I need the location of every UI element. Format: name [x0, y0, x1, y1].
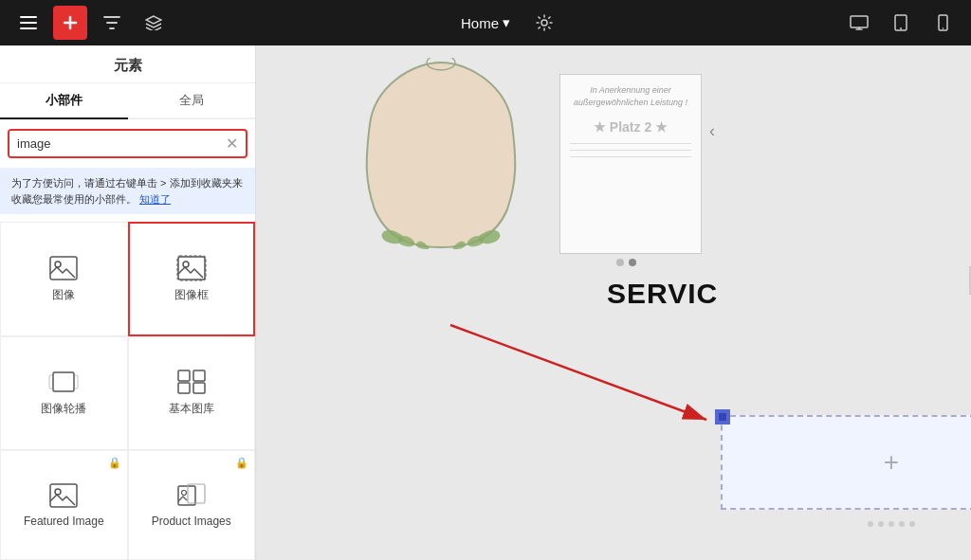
search-clear-button[interactable]: ✕ [218, 135, 246, 153]
hamburger-button[interactable] [11, 6, 46, 40]
cert-star-right: ★ [655, 119, 668, 135]
svg-rect-18 [193, 370, 205, 381]
filter-button[interactable] [95, 6, 129, 40]
svg-point-3 [541, 20, 547, 26]
svg-rect-19 [178, 383, 190, 393]
product-images-widget-label: Product Images [152, 515, 231, 528]
drop-zone-wrapper[interactable]: + [721, 415, 971, 510]
featured-image-widget-label: Featured Image [24, 515, 104, 528]
widget-image-carousel[interactable]: 图像轮播 [0, 336, 128, 449]
main-area: 元素 小部件 全局 ✕ 为了方便访问，请通过右键单击 > 添加到收藏夹来收藏您最… [0, 45, 971, 560]
red-arrow-overlay [431, 316, 744, 439]
search-input[interactable] [9, 131, 218, 156]
image-widget-label: 图像 [52, 287, 75, 303]
image-frame-widget-label: 图像框 [174, 287, 209, 303]
s-dot-5 [909, 521, 915, 527]
svg-point-6 [900, 27, 902, 29]
hint-link[interactable]: 知道了 [139, 193, 171, 205]
widget-featured-image[interactable]: 🔒 Featured Image [0, 450, 128, 560]
cert-title-text: In Anerkennung einer außergewöhnlichen L… [570, 84, 691, 108]
product-images-widget-icon [176, 482, 207, 509]
mobile-view-button[interactable] [925, 6, 960, 40]
image-carousel-widget-label: 图像轮播 [41, 401, 86, 417]
left-panel: 元素 小部件 全局 ✕ 为了方便访问，请通过右键单击 > 添加到收藏夹来收藏您最… [0, 45, 256, 560]
canvas-scroll[interactable]: ‹ [256, 45, 971, 560]
hint-box: 为了方便访问，请通过右键单击 > 添加到收藏夹来收藏您最常使用的小部件。 知道了 [0, 168, 255, 214]
nav-dot-1 [616, 259, 624, 266]
svg-rect-20 [193, 383, 205, 393]
decorative-frame [351, 55, 531, 254]
toolbar-center: Home ▾ [451, 6, 561, 40]
home-nav-button[interactable]: Home ▾ [451, 9, 520, 37]
svg-rect-27 [719, 413, 726, 421]
cert-divider-1 [570, 143, 691, 144]
canvas-area: ‹ [256, 45, 971, 560]
featured-image-lock-icon: 🔒 [108, 457, 121, 469]
home-dropdown-icon: ▾ [503, 14, 510, 31]
tab-global[interactable]: 全局 [128, 83, 256, 117]
image-widget-icon [48, 255, 79, 281]
widget-basic-gallery[interactable]: 基本图库 [128, 336, 256, 449]
cert-divider-3 [570, 156, 691, 157]
product-images-lock-icon: 🔒 [235, 457, 248, 469]
nav-dot-2 [629, 259, 636, 266]
widget-image[interactable]: 图像 [0, 222, 128, 336]
svg-point-8 [942, 27, 944, 29]
s-dot-2 [878, 521, 884, 527]
canvas-nav-left[interactable]: ‹ [709, 121, 715, 141]
cert-place: ★ Platz 2 ★ [594, 119, 668, 135]
cert-place-text: Platz 2 [610, 119, 651, 135]
s-dot-4 [899, 521, 905, 527]
widget-product-images[interactable]: 🔒 Product Images [128, 450, 256, 560]
top-images-section: In Anerkennung einer außergewöhnlichen L… [351, 55, 702, 254]
services-heading: SERVIC [607, 278, 718, 310]
nav-dots [616, 259, 636, 266]
tab-widgets[interactable]: 小部件 [0, 83, 128, 119]
svg-point-22 [55, 489, 61, 495]
drop-zone-corner [715, 409, 730, 425]
top-toolbar: Home ▾ [0, 0, 971, 45]
svg-line-28 [450, 325, 706, 420]
settings-button[interactable] [527, 6, 561, 40]
desktop-view-button[interactable] [842, 6, 876, 40]
frame-svg [356, 58, 526, 252]
hint-text: 为了方便访问，请通过右键单击 > 添加到收藏夹来收藏您最常使用的小部件。 [11, 177, 243, 205]
s-dot-1 [868, 521, 873, 527]
panel-title: 元素 [0, 45, 255, 83]
cert-star-left: ★ [594, 119, 606, 135]
image-carousel-widget-icon [48, 369, 79, 395]
drop-zone-plus-icon: + [884, 447, 899, 478]
settings-dots [721, 521, 971, 527]
add-element-button[interactable] [53, 6, 87, 40]
basic-gallery-widget-icon [176, 369, 207, 395]
s-dot-3 [889, 521, 894, 527]
tab-row: 小部件 全局 [0, 83, 255, 119]
search-row: ✕ [8, 129, 247, 158]
svg-rect-24 [188, 484, 205, 503]
drop-zone[interactable]: + [721, 415, 971, 510]
svg-rect-0 [20, 16, 37, 18]
toolbar-left [11, 6, 171, 40]
cert-divider-2 [570, 150, 691, 151]
svg-point-12 [183, 262, 189, 267]
svg-point-10 [55, 262, 61, 267]
svg-rect-14 [53, 372, 74, 391]
svg-rect-4 [851, 16, 868, 27]
layers-button[interactable] [137, 6, 171, 40]
svg-rect-2 [20, 27, 37, 29]
svg-rect-1 [20, 22, 37, 24]
widgets-grid: 图像 图像框 [0, 222, 255, 560]
basic-gallery-widget-label: 基本图库 [169, 401, 214, 417]
home-label: Home [461, 15, 499, 31]
svg-point-25 [181, 490, 186, 495]
svg-rect-23 [178, 486, 195, 505]
toolbar-right [842, 6, 960, 40]
tablet-view-button[interactable] [884, 6, 918, 40]
widget-image-frame[interactable]: 图像框 [128, 222, 256, 336]
image-frame-widget-icon [176, 255, 207, 281]
certificate: In Anerkennung einer außergewöhnlichen L… [559, 74, 702, 254]
svg-rect-17 [178, 370, 190, 381]
featured-image-widget-icon [48, 482, 79, 509]
